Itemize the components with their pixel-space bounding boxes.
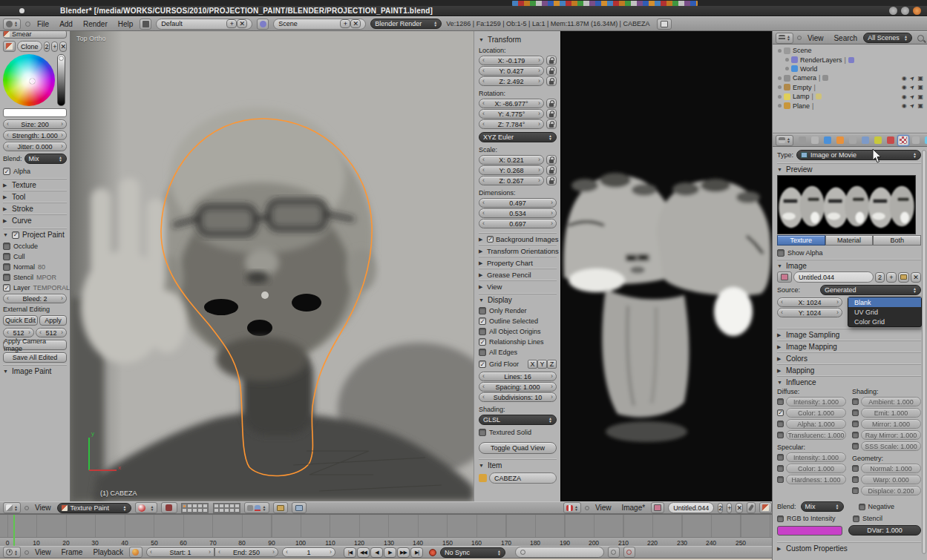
influence-checkbox[interactable]: [777, 421, 784, 427]
image-name-field[interactable]: Untitled.044: [793, 271, 874, 283]
dvar-slider[interactable]: DVar: 1.000: [848, 525, 921, 536]
influence-checkbox[interactable]: [777, 432, 784, 438]
display-filter-select[interactable]: All Scenes: [863, 33, 912, 43]
add-brush-button[interactable]: +: [51, 42, 58, 52]
editor-type-button[interactable]: [563, 502, 581, 513]
snap-select[interactable]: [244, 502, 269, 513]
panel-checkbox[interactable]: [487, 236, 494, 243]
grid-slider[interactable]: Spacing: 1.000: [479, 382, 557, 392]
influence-checkbox[interactable]: [852, 465, 859, 472]
alpha-row[interactable]: Alpha: [3, 168, 67, 175]
row-dot-icon[interactable]: [778, 104, 782, 108]
layer-group-2[interactable]: [213, 503, 240, 513]
stencil-checkbox[interactable]: [853, 515, 859, 522]
panel-header[interactable]: ▶ Background Images: [479, 233, 557, 245]
value-slider-handle[interactable]: [59, 56, 64, 61]
minimize-icon[interactable]: [889, 7, 897, 15]
properties-tab[interactable]: [885, 135, 897, 146]
collapse-menus-icon[interactable]: [585, 506, 589, 510]
viewport-shading-select[interactable]: [135, 502, 157, 513]
grid-slider[interactable]: Lines: 16: [479, 372, 557, 381]
lock-button[interactable]: [546, 66, 557, 76]
add-layout-button[interactable]: +: [226, 19, 237, 28]
influence-slider[interactable]: Emit: 1.000: [861, 408, 921, 418]
unlink-brush-button[interactable]: ✕: [59, 42, 67, 52]
quick-edit-button[interactable]: Quick Edit: [3, 315, 38, 326]
image-name-field[interactable]: Untitled.044: [668, 502, 714, 513]
source-select[interactable]: Generated: [820, 285, 921, 295]
editor-type-button[interactable]: [776, 33, 793, 44]
option-checkbox[interactable]: [3, 274, 10, 281]
grid-floor-checkbox[interactable]: [479, 360, 486, 368]
option-checkbox[interactable]: [3, 253, 10, 260]
transform-panel-header[interactable]: ▼ Transform: [479, 33, 557, 45]
influence-slider[interactable]: Hardness: 1.000: [786, 475, 846, 484]
new-image-button[interactable]: +: [886, 272, 897, 283]
panel-header[interactable]: ▶ View: [479, 280, 557, 292]
render-opengl-anim-button[interactable]: [292, 502, 307, 513]
rotation-field[interactable]: X: -86.977°: [479, 99, 544, 108]
panel-header[interactable]: ▶ Mapping: [777, 364, 921, 376]
dimension-field[interactable]: 0.497: [479, 198, 557, 208]
render-engine-select[interactable]: Blender Render: [370, 19, 442, 29]
playback-button[interactable]: |◀: [344, 547, 356, 558]
row-dot-icon[interactable]: [785, 67, 789, 70]
display-option-row[interactable]: All Object Origins: [479, 328, 557, 335]
grid-slider[interactable]: Subdivisions: 10: [479, 392, 557, 402]
panel-header[interactable]: ▶ Colors: [777, 352, 921, 364]
influence-slider[interactable]: SSS Scale: 1.000: [861, 441, 921, 451]
color-swatch[interactable]: [3, 108, 67, 117]
properties-tab[interactable]: [910, 135, 922, 146]
mode-select[interactable]: Texture Paint: [57, 503, 131, 513]
display-option-row[interactable]: Relationship Lines: [479, 338, 557, 346]
outliner-row[interactable]: Plane | ◉ ➤ ▣: [776, 101, 926, 110]
menu-item[interactable]: View: [593, 504, 614, 512]
axis-toggle-button[interactable]: X: [528, 360, 537, 369]
panel-header[interactable]: ▶ Stroke: [3, 202, 67, 214]
properties-tab[interactable]: [923, 135, 927, 146]
axis-toggle-button[interactable]: Y: [537, 360, 547, 369]
pin-button[interactable]: [747, 502, 756, 513]
panel-header[interactable]: ▶ Tool: [3, 191, 67, 202]
pivot-point-select[interactable]: [161, 502, 177, 513]
selectable-toggle-icon[interactable]: ➤: [908, 102, 917, 110]
playback-button[interactable]: ▶|: [410, 547, 423, 558]
color-wheel[interactable]: [3, 54, 55, 106]
row-dot-icon[interactable]: [778, 95, 782, 99]
panel-header[interactable]: ▶ Image Sampling: [777, 329, 921, 340]
preview-panel-header[interactable]: ▼ Preview: [777, 163, 921, 175]
display-option-row[interactable]: All Edges: [479, 349, 557, 356]
properties-scrollbar[interactable]: [922, 150, 926, 554]
influence-checkbox[interactable]: [777, 476, 784, 483]
scale-field[interactable]: X: 0.221: [479, 155, 544, 165]
res-y-slider[interactable]: 512: [36, 328, 67, 337]
dimension-field[interactable]: 0.697: [479, 219, 557, 228]
influence-slider[interactable]: Intensity: 1.000: [786, 397, 846, 406]
location-field[interactable]: X: -0.179: [479, 56, 544, 65]
editor-type-button[interactable]: [3, 19, 21, 30]
frame-end-field[interactable]: End: 250: [214, 547, 278, 557]
row-dot-icon[interactable]: [778, 76, 782, 80]
outliner-row[interactable]: Scene | ◉ ➤ ▣: [776, 46, 926, 55]
influence-slider[interactable]: Intensity: 1.000: [786, 452, 846, 462]
brush-preview-button[interactable]: [3, 41, 16, 52]
image-paint-toggle[interactable]: [759, 502, 772, 513]
collapse-menus-icon[interactable]: [24, 550, 29, 555]
display-option-row[interactable]: Outline Selected: [479, 317, 557, 325]
stencil-toggle[interactable]: Stencil: [853, 515, 882, 522]
influence-slider[interactable]: Translucenc: 1.000: [786, 430, 846, 440]
preview-context-button[interactable]: Both: [873, 235, 921, 246]
unlink-image-button[interactable]: ✕: [736, 503, 743, 513]
panel-header[interactable]: ▶ Property Chart: [479, 257, 557, 269]
paint-option-row[interactable]: Cull: [3, 253, 67, 260]
source-option[interactable]: Color Grid: [848, 317, 921, 326]
collapse-menus-icon[interactable]: [24, 506, 29, 510]
selectable-toggle-icon[interactable]: ➤: [908, 93, 917, 101]
properties-tab[interactable]: [847, 135, 859, 146]
properties-tab[interactable]: [822, 135, 833, 146]
outliner-row[interactable]: RenderLayers | ◉ ➤ ▣: [776, 55, 926, 64]
collapse-menus-icon[interactable]: [797, 36, 802, 40]
color-wheel-cursor[interactable]: [30, 79, 35, 84]
influence-slider[interactable]: Ambient: 1.000: [861, 397, 921, 406]
influence-checkbox[interactable]: [852, 432, 859, 438]
